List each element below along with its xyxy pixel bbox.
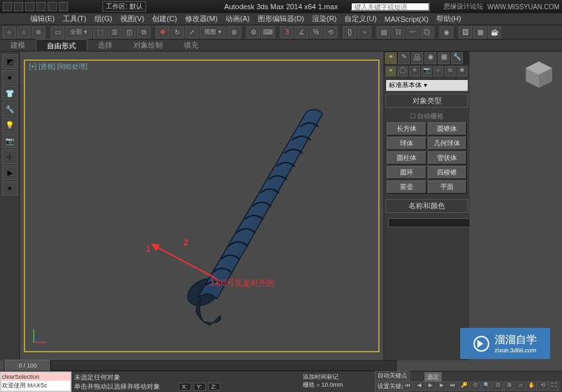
rotate-icon[interactable]: ↻ (171, 26, 184, 38)
menu-help[interactable]: 帮助(H) (432, 14, 465, 24)
render-setup-icon[interactable]: 🖼 (459, 26, 472, 38)
search-input[interactable] (350, 2, 430, 11)
refcoord[interactable]: 视图 ▾ (200, 26, 226, 38)
tab-modeling[interactable]: 建模 (0, 39, 36, 52)
cat-shapes-icon[interactable]: ◯ (397, 66, 408, 77)
angle-snap-icon[interactable]: ∠ (295, 26, 308, 38)
menu-group[interactable]: 组(G) (91, 14, 116, 24)
mirror-icon[interactable]: ⧜ (358, 26, 371, 38)
prim-teapot[interactable]: 茶壶 (387, 180, 426, 194)
new-icon[interactable] (14, 2, 23, 11)
prim-pyramid[interactable]: 四棱锥 (428, 166, 467, 179)
tab-modify-icon[interactable]: ✎ (398, 52, 410, 64)
rollout-objtype[interactable]: 对象类型 (385, 94, 468, 108)
menu-grapheditors[interactable]: 图形编辑器(D) (254, 14, 308, 24)
link-icon[interactable]: ⟐ (3, 26, 16, 38)
play-icon[interactable]: ▶ (425, 381, 436, 391)
cat-geometry-icon[interactable]: ● (385, 66, 396, 77)
cat-cameras-icon[interactable]: 📷 (421, 66, 432, 77)
tab-freeform[interactable]: 自由形式 (36, 39, 87, 52)
time-config-icon[interactable]: ⏱ (470, 381, 481, 391)
next-frame-icon[interactable]: ▶ (436, 381, 447, 391)
workspace-selector[interactable]: 工作区: 默认 (102, 1, 146, 12)
cube-icon[interactable]: ◩ (2, 54, 18, 69)
viewport-perspective[interactable]: [+] [透视] [明暗处理] (24, 59, 380, 352)
rollout-name[interactable]: 名称和颜色 (385, 199, 468, 213)
prim-tube[interactable]: 管状体 (428, 151, 467, 165)
prim-torus[interactable]: 圆环 (387, 166, 426, 179)
undo-icon[interactable] (48, 2, 57, 11)
named-sets-icon[interactable]: {} (343, 26, 356, 38)
scale-icon[interactable]: ⤢ (185, 26, 198, 38)
fov-icon[interactable]: ▱ (515, 381, 526, 391)
menu-maxscript[interactable]: MAXScript(X) (381, 15, 433, 23)
prim-cone[interactable]: 圆锥体 (428, 122, 467, 136)
render-frame-icon[interactable]: ▦ (473, 26, 487, 38)
tab-selection[interactable]: 选择 (87, 39, 123, 52)
cat-systems-icon[interactable]: ✱ (457, 66, 467, 77)
tab-hierarchy-icon[interactable]: 品 (411, 52, 423, 64)
tab-populate[interactable]: 填充 (173, 39, 209, 52)
autokey-button[interactable]: 自动关键点 (375, 371, 410, 381)
play-icon[interactable]: ▶ (2, 165, 18, 180)
goto-end-icon[interactable]: ⏭ (448, 381, 458, 391)
bind-icon[interactable]: ≋ (32, 26, 45, 38)
hammer-icon[interactable]: 🔧 (2, 102, 18, 116)
select-icon[interactable]: ▭ (51, 26, 64, 38)
menu-create[interactable]: 创建(C) (148, 14, 181, 24)
goto-start-icon[interactable]: ⏮ (403, 381, 413, 391)
sphere-icon[interactable]: ● (2, 70, 18, 85)
percent-snap-icon[interactable]: % (309, 26, 323, 38)
key-mode-icon[interactable]: 🔑 (459, 381, 469, 391)
zoom-ext-icon[interactable]: ⊞ (504, 381, 514, 391)
snap-icon[interactable]: 3 (280, 26, 294, 38)
selected-filter[interactable]: 选定 (424, 372, 442, 382)
keyboard-icon[interactable]: ⌨ (261, 26, 274, 38)
tab-create-icon[interactable]: ✦ (385, 52, 397, 64)
maxscript-listener[interactable]: clearSelection 欢迎使用 MAXSc (0, 372, 71, 392)
effects-icon[interactable]: ✦ (2, 181, 18, 196)
schematic-icon[interactable]: ⿻ (421, 26, 434, 38)
viewport-label[interactable]: [+] [透视] [明暗处理] (29, 62, 87, 71)
cat-lights-icon[interactable]: ☀ (409, 66, 420, 77)
zoom-all-icon[interactable]: ⊡ (493, 381, 503, 391)
shirt-icon[interactable]: 👕 (2, 86, 18, 100)
camera-icon[interactable]: 📷 (2, 134, 18, 148)
time-slider[interactable]: 0 / 100 0102030405060708090100 (4, 360, 397, 371)
tab-utilities-icon[interactable]: 🔧 (451, 52, 463, 64)
curve-editor-icon[interactable]: 〰 (406, 26, 419, 38)
tab-display-icon[interactable]: ▦ (438, 52, 450, 64)
menu-customize[interactable]: 自定义(U) (341, 14, 380, 24)
select-object-icon[interactable]: ⬚ (93, 26, 106, 38)
menu-modifiers[interactable]: 修改器(M) (181, 14, 222, 24)
zoom-icon[interactable]: 🔍 (481, 381, 492, 391)
primitive-dropdown[interactable]: 标准基本体 ▾ (385, 79, 468, 91)
spinner-snap-icon[interactable]: ⟲ (324, 26, 337, 38)
maximize-icon[interactable]: ⛶ (549, 381, 559, 391)
material-editor-icon[interactable]: ◉ (440, 26, 453, 38)
pivot-icon[interactable]: ⊕ (227, 26, 241, 38)
open-icon[interactable] (25, 2, 34, 11)
tab-motion-icon[interactable]: ◉ (424, 52, 436, 64)
prim-sphere[interactable]: 球体 (387, 137, 426, 150)
move-icon[interactable]: ✥ (156, 26, 169, 38)
menu-view[interactable]: 视图(V) (116, 14, 149, 24)
select-name-icon[interactable]: ☰ (108, 26, 121, 38)
helper-icon[interactable]: ⊹ (2, 149, 18, 164)
select-region-icon[interactable]: ◫ (122, 26, 136, 38)
pan-icon[interactable]: ✋ (526, 381, 537, 391)
align-icon[interactable]: ▤ (377, 26, 390, 38)
tab-objectpaint[interactable]: 对象绘制 (123, 39, 173, 52)
prim-geosphere[interactable]: 几何球体 (428, 137, 467, 150)
addtime-label[interactable]: 添加时间标记 (303, 373, 339, 381)
render-icon[interactable]: ☕ (488, 26, 501, 38)
coord-y[interactable]: Y: (194, 383, 206, 391)
menu-animation[interactable]: 动画(A) (221, 14, 254, 24)
prim-plane[interactable]: 平面 (428, 180, 467, 194)
menu-render[interactable]: 渲染(R) (308, 14, 341, 24)
light-icon[interactable]: 💡 (2, 118, 18, 132)
menu-edit[interactable]: 编辑(E) (26, 14, 59, 24)
prim-cylinder[interactable]: 圆柱体 (387, 151, 426, 165)
cat-spacewarps-icon[interactable]: ≋ (445, 66, 456, 77)
select-filter[interactable]: 全部 ▾ (65, 26, 92, 38)
